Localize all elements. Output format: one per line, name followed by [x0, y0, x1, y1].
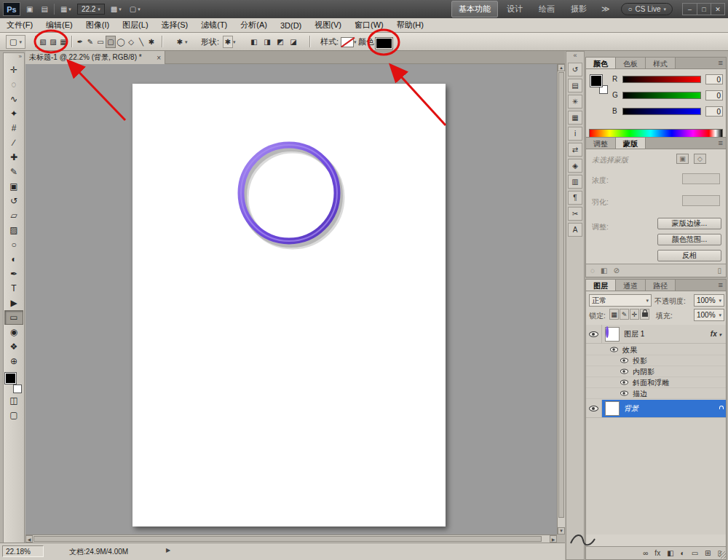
menu-view[interactable]: 视图(V)	[308, 17, 348, 33]
background-layer-name[interactable]: 背景	[624, 403, 638, 414]
lasso-tool[interactable]: ∿	[4, 92, 23, 106]
workspace-design[interactable]: 设计	[499, 1, 530, 17]
visibility-eye-icon[interactable]	[586, 400, 602, 417]
actions-panel-icon[interactable]: ▤	[568, 79, 582, 92]
lock-position-icon[interactable]: ✛	[630, 309, 639, 320]
layer-style-icon[interactable]: fx	[654, 549, 660, 557]
disable-mask-icon[interactable]: ⊘	[613, 267, 619, 275]
visibility-eye-icon[interactable]	[620, 369, 628, 374]
notes-panel-icon[interactable]: ✂	[568, 207, 582, 221]
link-layers-icon[interactable]: ∞	[643, 549, 648, 557]
history-brush-tool[interactable]: ↺	[4, 194, 23, 208]
zoom-level-control[interactable]: 22.2▾	[77, 4, 105, 15]
visibility-eye-icon[interactable]	[586, 325, 602, 343]
canvas-area[interactable]	[25, 64, 557, 535]
arrange-documents-icon[interactable]: ▩▾	[108, 4, 124, 14]
tab-color[interactable]: 颜色	[586, 58, 616, 68]
line-button[interactable]: ╲	[136, 36, 146, 48]
tab-adjustments[interactable]: 调整	[586, 138, 616, 149]
layer-row-layer1[interactable]: 图层 1 fx ▾	[586, 325, 726, 344]
bridge-icon[interactable]: ▣	[24, 4, 35, 14]
navigator-panel-icon[interactable]: ◈	[568, 159, 582, 173]
scroll-right-icon[interactable]: ▶	[550, 535, 557, 543]
menu-image[interactable]: 图像(I)	[79, 17, 116, 33]
menu-edit[interactable]: 编辑(E)	[39, 17, 79, 33]
add-vector-mask-icon[interactable]: ◇	[694, 154, 706, 164]
layer1-name[interactable]: 图层 1	[624, 329, 644, 339]
freeform-pen-button[interactable]: ✎	[85, 36, 95, 48]
healing-brush-tool[interactable]: ✚	[4, 150, 23, 165]
shape-tool[interactable]: ▭	[4, 310, 23, 325]
character-panel-icon[interactable]: A	[568, 223, 582, 237]
mask-edge-button[interactable]: 蒙版边缘...	[657, 218, 721, 229]
panel-menu-icon[interactable]: ≡	[719, 58, 723, 67]
close-button[interactable]: ✕	[711, 4, 724, 15]
custom-shape-button[interactable]: ✱	[146, 36, 157, 48]
status-options-icon[interactable]: ▶	[166, 547, 170, 553]
lock-transparency-icon[interactable]: ▦	[609, 309, 619, 320]
resize-grip[interactable]	[719, 551, 727, 559]
custom-shape-picker[interactable]: ✱ ▾	[223, 35, 236, 49]
status-zoom-field[interactable]: 22.18%	[2, 545, 44, 557]
subtract-shape-area-button[interactable]: ◨	[261, 36, 274, 48]
opacity-field[interactable]: 100% ▾	[694, 294, 724, 307]
visibility-eye-icon[interactable]	[610, 347, 618, 352]
paths-button[interactable]: ▨	[48, 36, 58, 48]
brush-tool[interactable]: ✎	[4, 165, 23, 179]
effect-bevel-emboss[interactable]: 斜面和浮雕	[586, 377, 726, 388]
fill-pixels-button[interactable]: ▦	[58, 36, 68, 48]
polygon-button[interactable]: ◇	[126, 36, 136, 48]
layer-group-icon[interactable]: ▭	[692, 549, 698, 557]
effect-inner-shadow[interactable]: 内阴影	[586, 366, 726, 377]
screen-mode-icon[interactable]: ▢▾	[127, 4, 143, 14]
channel-value-field[interactable]: 0	[705, 90, 723, 100]
background-thumbnail[interactable]	[605, 401, 620, 416]
tab-channels[interactable]: 通道	[616, 280, 646, 291]
collapse-panels-icon[interactable]: «	[566, 52, 584, 60]
effects-header-row[interactable]: 效果	[586, 344, 726, 355]
visibility-eye-icon[interactable]	[620, 358, 628, 363]
workspace-essentials[interactable]: 基本功能	[451, 1, 498, 17]
panel-menu-icon[interactable]: ≡	[719, 280, 723, 289]
document-tab[interactable]: 未标题-1 @ 22.2% (背景, RGB/8) * ×	[25, 51, 165, 64]
pen-tool-button[interactable]: ✒	[75, 36, 85, 48]
eraser-tool[interactable]: ▱	[4, 208, 23, 223]
channel-slider[interactable]	[622, 76, 701, 83]
cs-live-button[interactable]: ○ CS Live ▾	[621, 3, 673, 15]
layer1-thumbnail[interactable]	[605, 327, 620, 342]
move-tool[interactable]: ✛	[4, 63, 23, 77]
vertical-scrollbar[interactable]: ▲ ▼	[557, 64, 565, 535]
channel-slider[interactable]	[622, 108, 701, 115]
layer-row-background[interactable]: 背景	[586, 400, 726, 418]
horizontal-scroll-thumb[interactable]	[33, 536, 542, 542]
rounded-rectangle-button[interactable]: ▢	[106, 36, 116, 48]
channel-slider[interactable]	[622, 92, 701, 99]
blend-mode-dropdown[interactable]: 正常 ▾	[589, 294, 652, 307]
apply-mask-icon[interactable]: ◧	[601, 267, 607, 275]
tab-styles[interactable]: 样式	[646, 58, 676, 68]
minimize-button[interactable]: –	[683, 4, 697, 15]
add-shape-area-button[interactable]: ◧	[248, 36, 261, 48]
delete-mask-icon[interactable]: ▯	[717, 267, 721, 275]
3d-rotate-tool[interactable]: ◉	[4, 325, 23, 339]
path-selection-tool[interactable]: ▶	[4, 296, 23, 310]
dodge-tool[interactable]: ◐	[4, 252, 23, 267]
lock-pixels-icon[interactable]: ✎	[620, 309, 629, 320]
rectangle-button[interactable]: ▭	[95, 36, 106, 48]
intersect-shape-area-button[interactable]: ◩	[274, 36, 287, 48]
close-tab-icon[interactable]: ×	[157, 54, 161, 62]
histogram-panel-icon[interactable]: ▦	[568, 111, 582, 125]
menu-help[interactable]: 帮助(H)	[390, 17, 430, 33]
panel-menu-icon[interactable]: ≡	[719, 138, 723, 147]
shape-color-swatch[interactable]	[376, 36, 392, 50]
tool-preset-picker[interactable]: ▢▾	[6, 35, 25, 49]
workspace-photography[interactable]: 摄影	[563, 1, 594, 17]
styles-panel-icon[interactable]: ▥	[568, 175, 582, 189]
tab-masks[interactable]: 蒙版	[616, 138, 646, 149]
load-mask-selection-icon[interactable]: ◌	[590, 267, 595, 275]
zoom-tool[interactable]: ⊕	[4, 354, 23, 368]
pen-tool[interactable]: ✒	[4, 267, 23, 281]
visibility-eye-icon[interactable]	[620, 380, 628, 385]
scroll-up-icon[interactable]: ▲	[558, 64, 565, 71]
canvas-document[interactable]	[132, 84, 446, 527]
